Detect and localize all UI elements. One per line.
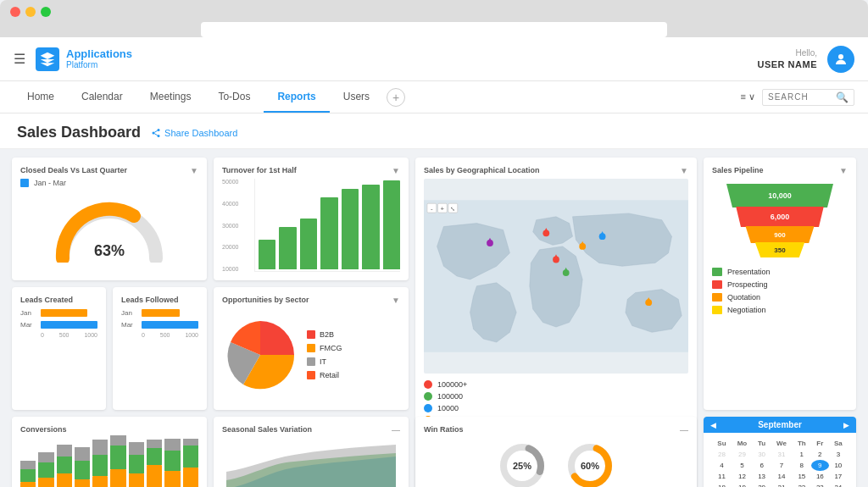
pipeline-legend-quotation: Quotation bbox=[712, 293, 848, 302]
closed-deals-legend: Jan - Mar bbox=[34, 179, 66, 187]
win-ratio-2016: 60% 2016 bbox=[565, 440, 615, 487]
svg-text:60%: 60% bbox=[581, 461, 599, 471]
share-dashboard-button[interactable]: Share Dashboard bbox=[151, 128, 237, 138]
bar-2 bbox=[279, 227, 296, 269]
funnel-level-4: 350 bbox=[753, 242, 808, 257]
geo-legend-100000plus: 100000+ bbox=[424, 380, 688, 389]
opps-legend-it: IT bbox=[307, 357, 342, 366]
nav-add-button[interactable]: + bbox=[387, 88, 405, 107]
logo-icon bbox=[36, 47, 59, 71]
filter-sort-control[interactable]: ≡ ∨ bbox=[741, 91, 755, 102]
seasonal-card: Seasonal Sales Variation — Q1/Q2SummerAu… bbox=[214, 417, 409, 487]
cal-month: September bbox=[758, 420, 802, 429]
svg-text:63%: 63% bbox=[94, 242, 125, 259]
svg-point-2 bbox=[153, 131, 155, 134]
browser-btn-yellow[interactable] bbox=[25, 7, 36, 17]
win-ratios-dropdown[interactable]: — bbox=[680, 425, 688, 434]
search-input[interactable] bbox=[768, 92, 836, 102]
win-ratios-title: Win Ratios bbox=[424, 425, 463, 434]
svg-point-3 bbox=[158, 135, 160, 137]
search-box: 🔍 bbox=[762, 89, 854, 106]
conversions-title: Conversions bbox=[20, 425, 198, 434]
closed-deals-dropdown[interactable]: ▼ bbox=[190, 166, 198, 175]
bar-3 bbox=[300, 219, 317, 269]
pipeline-legend-prospecting: Prospecting bbox=[712, 280, 848, 289]
page-title: Sales Dashboard bbox=[17, 124, 141, 141]
conversions-card: Conversions bbox=[12, 417, 207, 487]
seasonal-title: Seasonal Sales Variation bbox=[222, 425, 312, 434]
pipeline-title: Sales Pipeline bbox=[712, 166, 764, 174]
opportunities-dropdown[interactable]: ▼ bbox=[392, 296, 400, 305]
user-avatar[interactable] bbox=[827, 46, 854, 73]
leads-created-title: Leads Created bbox=[20, 296, 97, 304]
leads-followed-title: Leads Followed bbox=[121, 296, 198, 304]
opps-legend-retail: Retail bbox=[307, 371, 342, 379]
geo-legend-100000: 100000 bbox=[424, 392, 688, 401]
turnover-card: Turnover for 1st Half ▼ 5000040000300002… bbox=[214, 158, 409, 280]
calendar-card: ◀ September ▶ Su Mo Tu We Th Fr Sa bbox=[704, 417, 856, 487]
win-ratios-card: Win Ratios — 25% 2015 bbox=[415, 417, 697, 487]
svg-text:⤡: ⤡ bbox=[450, 206, 455, 212]
nav-item-todos[interactable]: To-Dos bbox=[204, 82, 264, 113]
area-chart bbox=[222, 438, 400, 487]
browser-btn-green[interactable] bbox=[41, 7, 51, 17]
hamburger-icon[interactable]: ☰ bbox=[14, 51, 25, 67]
bar-5 bbox=[342, 189, 359, 269]
leads-created-card: Leads Created Jan Mar 05001000 bbox=[12, 287, 106, 410]
svg-point-0 bbox=[838, 54, 843, 59]
pipeline-legend-presentation: Presentation bbox=[712, 268, 848, 276]
svg-text:25%: 25% bbox=[513, 461, 531, 471]
turnover-dropdown[interactable]: ▼ bbox=[392, 166, 400, 175]
win-ratio-2015: 25% 2015 bbox=[497, 440, 548, 487]
bar-1 bbox=[259, 240, 275, 269]
pipeline-legend-negotiation: Negotiation bbox=[712, 306, 848, 314]
browser-btn-red[interactable] bbox=[10, 7, 20, 17]
gauge-chart: 63% bbox=[50, 195, 169, 263]
cal-prev[interactable]: ◀ bbox=[710, 421, 716, 429]
svg-text:+: + bbox=[441, 205, 445, 213]
greeting-text: Hello, bbox=[757, 47, 817, 58]
geo-legend-10000: 10000 bbox=[424, 404, 688, 412]
nav-item-reports[interactable]: Reports bbox=[264, 82, 329, 113]
opportunities-title: Opportunities by Sector bbox=[222, 296, 309, 304]
pie-chart bbox=[222, 317, 298, 393]
bar-6 bbox=[362, 185, 379, 269]
world-map: - + ⤡ bbox=[424, 179, 688, 374]
pipeline-card: Sales Pipeline ▼ 10,000 6,000 900 350 Pr… bbox=[704, 158, 856, 410]
nav-item-users[interactable]: Users bbox=[330, 82, 383, 113]
opportunities-card: Opportunities by Sector ▼ B2B bbox=[214, 287, 409, 410]
leads-followed-card: Leads Followed Jan Mar 05001000 bbox=[113, 287, 207, 410]
geo-title: Sales by Geographical Location bbox=[424, 166, 540, 174]
closed-deals-card: Closed Deals Vs Last Quarter ▼ Jan - Mar… bbox=[12, 158, 207, 280]
opps-legend-fmcg: FMCG bbox=[307, 344, 342, 352]
svg-text:-: - bbox=[431, 205, 433, 213]
funnel-level-2: 6,000 bbox=[732, 207, 829, 227]
leads-section: Leads Created Jan Mar 05001000 bbox=[12, 287, 207, 410]
pipeline-dropdown[interactable]: ▼ bbox=[839, 166, 848, 175]
bar-7 bbox=[383, 180, 400, 269]
seasonal-dropdown[interactable]: — bbox=[392, 425, 400, 434]
svg-point-1 bbox=[158, 129, 160, 131]
svg-line-5 bbox=[154, 130, 157, 132]
closed-deals-title: Closed Deals Vs Last Quarter bbox=[20, 166, 127, 174]
funnel-level-3: 900 bbox=[742, 226, 818, 243]
nav-item-calendar[interactable]: Calendar bbox=[68, 82, 136, 113]
opps-legend-b2b: B2B bbox=[307, 330, 342, 339]
nav-item-meetings[interactable]: Meetings bbox=[136, 82, 205, 113]
funnel-level-1: 10,000 bbox=[721, 184, 839, 208]
share-label: Share Dashboard bbox=[164, 128, 237, 138]
geo-dropdown[interactable]: ▼ bbox=[680, 166, 688, 175]
nav-item-home[interactable]: Home bbox=[14, 82, 68, 113]
brand-sub: Platform bbox=[66, 60, 132, 70]
brand-name: Applications bbox=[66, 47, 132, 61]
stacked-col-1 bbox=[20, 461, 36, 487]
svg-line-4 bbox=[154, 133, 157, 135]
username-text: USER NAME bbox=[757, 58, 817, 70]
turnover-title: Turnover for 1st Half bbox=[222, 166, 297, 174]
cal-next[interactable]: ▶ bbox=[843, 421, 849, 429]
bar-4 bbox=[320, 197, 337, 269]
main-nav: Home Calendar Meetings To-Dos Reports Us… bbox=[14, 82, 405, 113]
search-icon[interactable]: 🔍 bbox=[836, 91, 849, 103]
